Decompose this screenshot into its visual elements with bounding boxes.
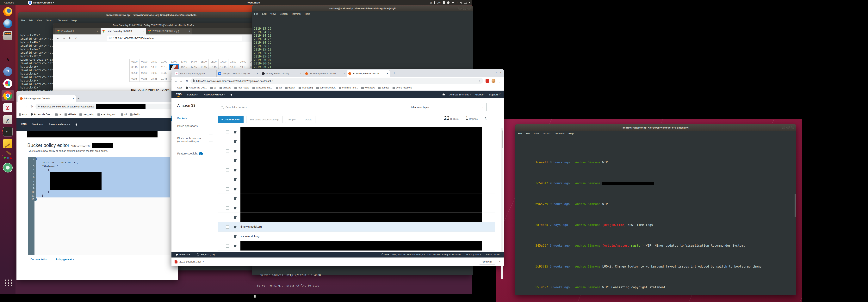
- time-slot-cell[interactable]: 10:00: [149, 59, 159, 64]
- dock-item[interactable]: ● ●: [2, 90, 14, 101]
- bucket-name[interactable]: visualmodel.org: [241, 235, 259, 238]
- row-checkbox[interactable]: [226, 168, 229, 172]
- slack-tray-icon[interactable]: [447, 1, 450, 4]
- bookmark-item[interactable]: deakin: [285, 86, 295, 89]
- dock-item[interactable]: A: [2, 54, 14, 65]
- tab-close-icon[interactable]: ×: [300, 72, 302, 75]
- sidebar-item-block-public-access[interactable]: Block public access (account settings): [177, 137, 205, 143]
- aws-logo[interactable]: aws: [176, 92, 182, 97]
- refresh-icon[interactable]: ↻: [485, 116, 488, 121]
- chrome-tab[interactable]: S3 Management Console ×: [303, 70, 347, 77]
- policy-link[interactable]: Documentation: [30, 258, 47, 261]
- firefox-tab[interactable]: 2019-07-03-133001.png ( ×: [146, 28, 192, 34]
- bookmark-item[interactable]: mac_setup: [235, 86, 249, 89]
- bookmark-item[interactable]: Apps: [174, 86, 182, 89]
- profile-avatar[interactable]: [492, 79, 495, 83]
- dock-item[interactable]: Z: [2, 102, 14, 113]
- notifications-bell-icon[interactable]: [442, 94, 445, 95]
- time-slot-cell[interactable]: 17:00: [219, 59, 228, 64]
- feedback-button[interactable]: Feedback: [176, 253, 190, 256]
- language-button[interactable]: English (US): [197, 253, 215, 256]
- menu-item[interactable]: Search: [280, 12, 287, 15]
- time-slot-cell[interactable]: 13:00: [179, 59, 189, 64]
- close-button[interactable]: ×: [500, 71, 501, 74]
- battery-icon[interactable]: [464, 2, 467, 4]
- volume-muted-icon[interactable]: [460, 2, 462, 4]
- dock-item[interactable]: ●: [2, 162, 14, 173]
- dock-item[interactable]: [2, 42, 14, 53]
- tab-close-icon[interactable]: ×: [97, 30, 98, 33]
- tab-close-icon[interactable]: ×: [387, 72, 388, 75]
- bucket-row[interactable]: [218, 137, 495, 146]
- forward-icon[interactable]: →: [25, 105, 28, 108]
- tab-close-icon[interactable]: ×: [213, 72, 215, 75]
- time-slot-cell[interactable]: 19:00: [238, 59, 248, 64]
- row-checkbox[interactable]: [226, 140, 229, 143]
- bookmark-item[interactable]: afl: [121, 113, 127, 116]
- menu-item[interactable]: File: [518, 132, 522, 135]
- download-expand-icon[interactable]: ∧: [203, 260, 204, 263]
- create-bucket-button[interactable]: + Create bucket: [218, 116, 244, 123]
- time-slot-cell[interactable]: 08:45: [130, 76, 140, 82]
- bookmark-item[interactable]: public transport: [316, 86, 336, 89]
- menu-item[interactable]: Help: [568, 132, 574, 135]
- policy-link[interactable]: Policy generator: [56, 258, 74, 261]
- bookmark-item[interactable]: interesting: [299, 86, 313, 89]
- menu-item[interactable]: Help: [305, 12, 310, 15]
- edit-public-access-button[interactable]: Edit public access settings: [246, 116, 282, 123]
- bluetooth-icon[interactable]: ᛒ: [457, 1, 458, 4]
- menu-item[interactable]: File: [21, 19, 25, 22]
- time-slot-cell[interactable]: 10:30: [149, 70, 159, 76]
- bucket-row[interactable]: [218, 203, 495, 213]
- close-button[interactable]: [467, 7, 471, 10]
- bookmark-item[interactable]: skillsets: [64, 113, 76, 116]
- services-menu[interactable]: Services▾: [187, 93, 198, 96]
- time-slot-cell[interactable]: 11:30: [159, 70, 169, 76]
- row-checkbox[interactable]: [226, 197, 229, 200]
- bucket-row[interactable]: [218, 213, 495, 222]
- menu-item[interactable]: Search: [46, 19, 54, 22]
- time-slot-cell[interactable]: 11:15: [159, 64, 169, 70]
- bookmark-item[interactable]: event_locations: [393, 86, 412, 89]
- dock-item[interactable]: [2, 138, 14, 149]
- firefox-new-tab-button[interactable]: +: [189, 29, 191, 33]
- dock-item[interactable]: ●: [2, 78, 14, 89]
- dock-item[interactable]: ●: [2, 30, 14, 41]
- multiload-icon[interactable]: ✕: [430, 1, 432, 4]
- bookmarks-overflow-icon[interactable]: »: [499, 92, 501, 95]
- row-checkbox[interactable]: [226, 131, 229, 134]
- firefox-titlebar[interactable]: From Saturday 22/06/2019 to Friday 05/07…: [53, 23, 254, 28]
- chrome-tab[interactable]: S3 Management Console ×: [347, 70, 390, 77]
- privacy-policy-link[interactable]: Privacy Policy: [466, 253, 481, 256]
- menu-item[interactable]: View: [270, 12, 276, 15]
- chrome-menu-icon[interactable]: ⋮: [498, 79, 501, 83]
- chrome-tab[interactable]: M Inbox - anjsimmo@gmail.c ×: [173, 70, 216, 77]
- bookmark-item[interactable]: deakin: [130, 113, 140, 116]
- menu-item[interactable]: Edit: [262, 12, 267, 15]
- bucket-search-box[interactable]: [218, 103, 403, 111]
- sidebar-item-batch-operations[interactable]: Batch operations: [177, 125, 211, 128]
- sidebar-item-buckets[interactable]: Buckets: [177, 117, 211, 120]
- bucket-row[interactable]: [218, 146, 495, 156]
- dock-item[interactable]: [2, 6, 14, 17]
- row-checkbox[interactable]: [226, 159, 229, 162]
- menu-item[interactable]: View: [37, 19, 42, 22]
- chrome-tab[interactable]: 31 Google Calendar - July 20 ×: [216, 70, 260, 77]
- tray-caret-icon[interactable]: ▾: [469, 2, 470, 4]
- bookmark-star-icon[interactable]: ☆: [478, 79, 480, 82]
- app-menu[interactable]: Google Chrome ▾: [29, 1, 54, 4]
- empty-button[interactable]: Empty: [285, 116, 299, 123]
- menu-item[interactable]: Terminal: [291, 12, 301, 15]
- menu-item[interactable]: Terminal: [58, 19, 68, 22]
- dock-item[interactable]: ●: [2, 150, 14, 161]
- pin-icon[interactable]: [230, 94, 232, 95]
- back-icon[interactable]: ←: [174, 79, 177, 83]
- account-menu[interactable]: Andrew Simmons▾: [449, 93, 471, 96]
- tab-close-icon[interactable]: ×: [343, 72, 345, 75]
- bookmark-item[interactable]: mac_setup: [80, 113, 94, 116]
- row-checkbox[interactable]: [226, 188, 229, 191]
- bucket-row[interactable]: [218, 194, 495, 203]
- terminal-titlebar[interactable]: andrew@andrew-ltp: ~/src/web/vismodel-or…: [19, 12, 284, 18]
- bookmark-item[interactable]: workflows: [361, 86, 375, 89]
- row-checkbox[interactable]: [226, 206, 229, 210]
